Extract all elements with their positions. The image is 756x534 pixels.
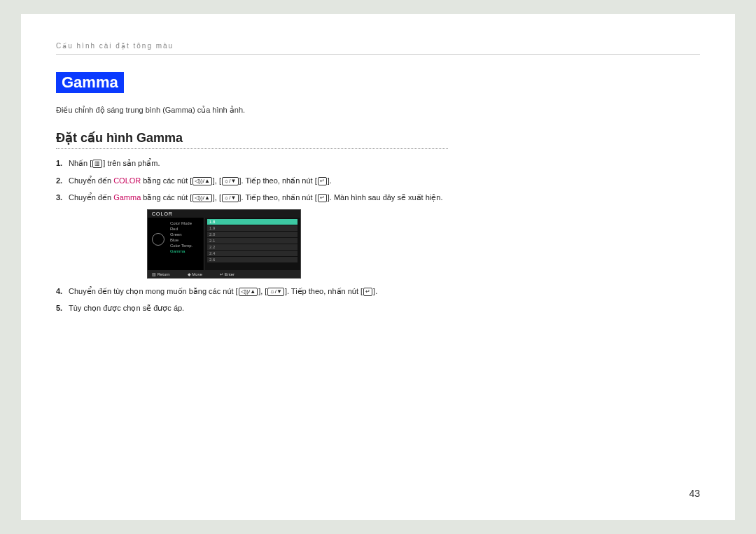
osd-option: 2.1 [207,238,298,244]
enter-icon: ↵ [363,288,372,296]
document-page: Cấu hình cài đặt tông màu Gamma Điều chỉ… [21,14,735,520]
osd-option-selected: 1.8 [207,219,298,225]
step-2: 2. Chuyển đến COLOR bằng các nút [◁))/▲]… [56,175,462,187]
osd-body: Color Mode Red Green Blue Color Temp. Ga… [148,218,300,270]
step-text: Chuyển đến tùy chọn mong muốn bằng các n… [69,286,462,297]
osd-menu-item: Color Mode [170,220,200,226]
step-text: Chuyển đến COLOR bằng các nút [◁))/▲], [… [69,175,462,187]
step-number: 2. [56,175,69,187]
enter-icon: ↵ [318,177,327,185]
vol-up-icon: ◁))/▲ [192,177,211,185]
osd-footer-return: ▥ Return [152,272,170,276]
osd-option: 2.0 [207,232,298,237]
osd-option: 1.9 [207,225,298,231]
step-text: Nhấn [▥] trên sản phẩm. [69,157,462,169]
osd-menu-item: Red [170,226,200,232]
step-number: 5. [56,302,69,314]
menu-icon: ▥ [92,160,102,168]
osd-option: 2.4 [207,251,298,256]
osd-footer-enter: ↵ Enter [220,272,234,276]
steps-list: 1. Nhấn [▥] trên sản phẩm. 2. Chuyển đến… [56,157,462,314]
step-number: 1. [56,157,69,169]
osd-right-panel: 1.8 1.9 2.0 2.1 2.2 2.4 2.6 [204,218,300,270]
step-3: 3. Chuyển đến Gamma bằng các nút [◁))/▲]… [56,192,462,204]
osd-option: 2.6 [207,257,298,262]
step-text: Chuyển đến Gamma bằng các nút [◁))/▲], [… [69,192,462,204]
osd-color-icon [152,233,164,246]
step-number: 4. [56,286,69,297]
osd-menu-list: Color Mode Red Green Blue Color Temp. Ga… [170,220,200,254]
osd-footer: ▥ Return ◆ Move ↵ Enter [148,270,300,278]
osd-left-panel: Color Mode Red Green Blue Color Temp. Ga… [148,218,204,270]
osd-menu-item-selected: Gamma [170,248,200,254]
step-text: Tùy chọn được chọn sẽ được áp. [69,302,462,314]
bright-down-icon: ☼/▼ [222,177,238,185]
description-text: Điều chỉnh độ sáng trung bình (Gamma) củ… [56,106,700,115]
bright-down-icon: ☼/▼ [222,194,238,202]
osd-screenshot: COLOR Color Mode Red Green Blue Color Te… [147,209,301,279]
vol-up-icon: ◁))/▲ [239,288,258,296]
step-1: 1. Nhấn [▥] trên sản phẩm. [56,157,462,169]
osd-footer-move: ◆ Move [188,272,202,276]
step-4: 4. Chuyển đến tùy chọn mong muốn bằng cá… [56,286,462,297]
color-label: COLOR [113,176,141,185]
breadcrumb: Cấu hình cài đặt tông màu [56,42,700,55]
osd-menu-item: Green [170,232,200,237]
osd-menu-item: Blue [170,237,200,243]
page-number: 43 [689,488,700,499]
osd-header: COLOR [148,210,300,218]
enter-icon: ↵ [318,194,327,202]
sub-heading: Đặt cấu hình Gamma [56,130,448,149]
osd-option: 2.2 [207,244,298,250]
step-5: 5. Tùy chọn được chọn sẽ được áp. [56,302,462,314]
step-number: 3. [56,192,69,204]
gamma-label: Gamma [113,193,141,202]
osd-menu-item: Color Temp. [170,243,200,248]
bright-down-icon: ☼/▼ [267,288,284,296]
vol-up-icon: ◁))/▲ [192,194,211,202]
page-title-badge: Gamma [56,72,124,93]
